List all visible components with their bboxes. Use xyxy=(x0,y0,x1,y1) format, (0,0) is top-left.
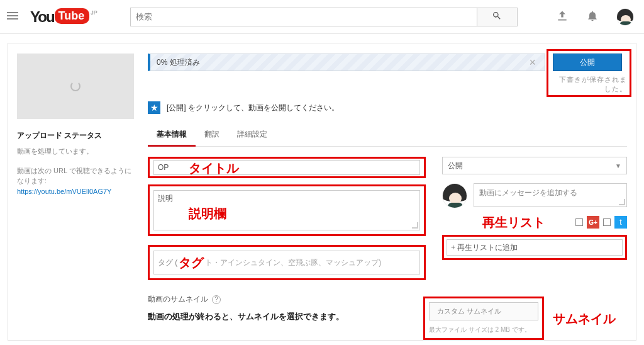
cancel-upload-icon[interactable]: × xyxy=(524,56,541,69)
upload-progress-bar: 0% 処理済み × xyxy=(148,54,545,71)
video-url-link[interactable]: https://youtu.be/mVUEll0AG7Y xyxy=(17,188,111,195)
info-star-icon: ★ xyxy=(148,101,160,114)
add-to-playlist-button[interactable]: + 再生リストに追加 xyxy=(447,239,623,256)
share-message-input[interactable]: 動画にメッセージを追加する xyxy=(474,183,627,207)
tab-basic-info[interactable]: 基本情報 xyxy=(148,123,196,147)
thumbnails-message: 動画の処理が終わると、サムネイルを選択できます。 xyxy=(148,311,426,322)
logo-locale: JP xyxy=(91,9,97,16)
tab-advanced[interactable]: 詳細設定 xyxy=(228,123,276,146)
video-preview xyxy=(17,54,134,119)
publish-button[interactable]: 公開 xyxy=(553,54,622,71)
thumbnails-heading: 動画のサムネイル xyxy=(148,294,208,305)
search-button[interactable] xyxy=(477,8,518,26)
annotation-playlist: 再生リスト xyxy=(482,214,545,231)
tags-field-wrap: タグ ( タグ ト・アインシュタイン、空飛ぶ豚、マッシュアップ) xyxy=(148,245,426,280)
upload-status-heading: アップロード ステータス xyxy=(17,130,134,141)
upload-status-message: 動画を処理しています。 xyxy=(17,146,134,157)
twitter-checkbox[interactable] xyxy=(603,218,611,226)
message-avatar xyxy=(442,183,467,208)
gplus-checkbox[interactable] xyxy=(575,218,583,226)
search-icon xyxy=(492,11,502,21)
publish-notice: [公開] をクリックして、動画を公開してください。 xyxy=(167,103,339,113)
tags-input[interactable]: タグ ( タグ ト・アインシュタイン、空飛ぶ豚、マッシュアップ) xyxy=(153,251,420,274)
logo-tube: Tube xyxy=(55,8,90,24)
logo-you: You xyxy=(30,8,54,26)
thumbnail-size-note: 最大ファイル サイズは 2 MB です。 xyxy=(429,325,538,334)
privacy-select[interactable]: 公開 ▼ xyxy=(442,157,627,174)
annotation-description: 説明欄 xyxy=(189,205,226,222)
help-icon[interactable]: ? xyxy=(212,295,221,304)
annotation-tags: タグ xyxy=(179,254,204,271)
loading-spinner-icon xyxy=(70,81,80,91)
annotation-title: タイトル xyxy=(189,160,239,177)
twitter-icon: t xyxy=(614,216,627,229)
draft-saved-text: 下書きが保存されました。 xyxy=(553,75,627,94)
gplus-icon: G+ xyxy=(587,216,599,229)
video-url-block: 動画は次の URL で視聴できるようになります: https://youtu.b… xyxy=(17,166,134,197)
progress-text: 0% 処理済み xyxy=(157,57,200,68)
title-field-wrap: OP タイトル xyxy=(148,157,426,178)
search-input[interactable] xyxy=(130,8,477,26)
tab-translation[interactable]: 翻訳 xyxy=(196,123,228,146)
upload-icon[interactable] xyxy=(556,9,569,24)
description-field-wrap: 説明 説明欄 xyxy=(148,184,426,236)
user-avatar[interactable] xyxy=(616,8,634,26)
chevron-down-icon: ▼ xyxy=(615,162,621,169)
youtube-logo[interactable]: You Tube JP xyxy=(30,8,97,26)
notifications-icon[interactable] xyxy=(586,9,599,24)
hamburger-icon[interactable] xyxy=(5,8,30,25)
